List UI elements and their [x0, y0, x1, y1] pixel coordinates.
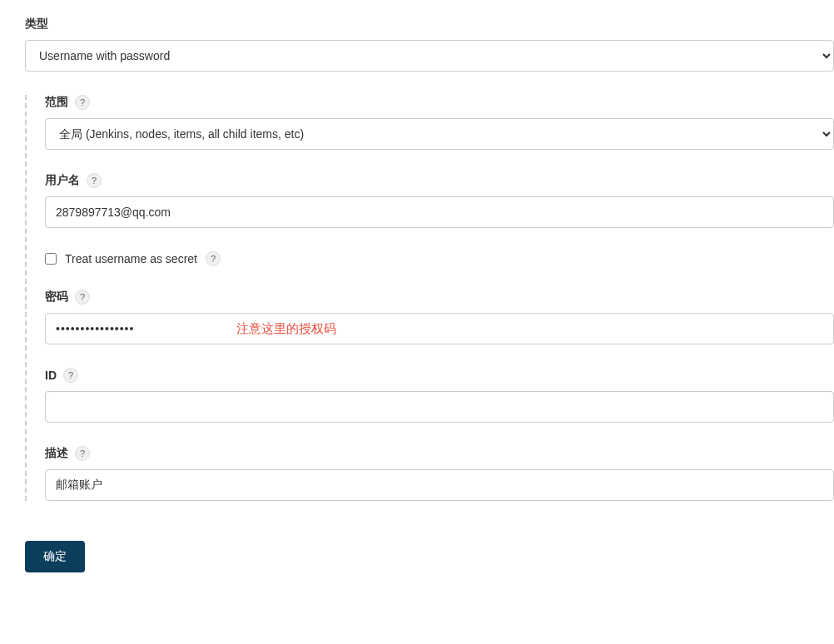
- scope-select[interactable]: 全局 (Jenkins, nodes, items, all child ite…: [45, 118, 834, 150]
- type-label: 类型: [25, 17, 834, 32]
- help-icon[interactable]: ?: [63, 368, 78, 383]
- treat-secret-label: Treat username as secret: [65, 252, 197, 265]
- help-icon[interactable]: ?: [75, 95, 90, 110]
- description-input[interactable]: [45, 469, 834, 501]
- username-label: 用户名: [45, 173, 80, 188]
- scope-label: 范围: [45, 95, 68, 110]
- password-label: 密码: [45, 290, 68, 305]
- description-label: 描述: [45, 446, 68, 461]
- password-input[interactable]: [45, 313, 834, 344]
- id-label: ID: [45, 369, 57, 382]
- treat-secret-checkbox[interactable]: [45, 253, 57, 265]
- help-icon[interactable]: ?: [75, 446, 90, 461]
- help-icon[interactable]: ?: [87, 173, 102, 188]
- help-icon[interactable]: ?: [75, 290, 90, 305]
- submit-button[interactable]: 确定: [25, 541, 85, 572]
- help-icon[interactable]: ?: [206, 251, 221, 266]
- id-input[interactable]: [45, 391, 834, 423]
- username-input[interactable]: [45, 196, 834, 228]
- type-select[interactable]: Username with password: [25, 40, 834, 72]
